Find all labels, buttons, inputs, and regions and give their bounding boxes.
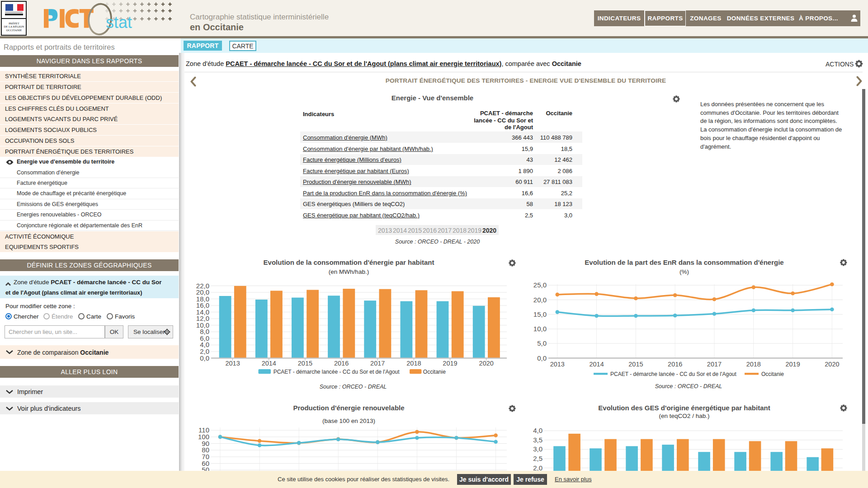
- svg-text:2013: 2013: [550, 361, 565, 368]
- svg-text:14,0: 14,0: [196, 308, 209, 316]
- svg-text:2015: 2015: [628, 361, 643, 368]
- svg-text:2018: 2018: [406, 360, 421, 367]
- svg-text:25,0: 25,0: [533, 281, 547, 289]
- svg-text:2019: 2019: [785, 361, 800, 368]
- svg-text:16,0: 16,0: [196, 301, 209, 309]
- svg-text:80: 80: [202, 446, 209, 454]
- svg-text:10,0: 10,0: [533, 325, 547, 333]
- svg-text:20,0: 20,0: [196, 288, 209, 296]
- svg-text:stat: stat: [106, 13, 132, 32]
- svg-text:60: 60: [202, 460, 209, 467]
- svg-text:90: 90: [202, 440, 209, 447]
- svg-text:2,0: 2,0: [533, 464, 542, 471]
- svg-text:Occitanie: Occitanie: [761, 371, 784, 377]
- svg-text:2013: 2013: [225, 360, 240, 367]
- svg-text:3,0: 3,0: [533, 445, 542, 453]
- svg-text:Occitanie: Occitanie: [423, 369, 446, 375]
- svg-text:20,0: 20,0: [533, 296, 547, 304]
- svg-text:3,5: 3,5: [533, 436, 542, 444]
- svg-text:100: 100: [198, 433, 209, 441]
- svg-text:18,0: 18,0: [196, 295, 209, 303]
- svg-text:2015: 2015: [298, 360, 312, 367]
- svg-text:10,0: 10,0: [196, 321, 209, 329]
- svg-text:2014: 2014: [262, 360, 276, 367]
- svg-text:PCAET - démarche lancée - CC d: PCAET - démarche lancée - CC du Sor et d…: [274, 369, 400, 375]
- svg-text:15,0: 15,0: [533, 310, 547, 318]
- svg-text:12,0: 12,0: [196, 314, 209, 322]
- svg-text:6,0: 6,0: [200, 334, 209, 342]
- svg-text:4,0: 4,0: [200, 341, 209, 348]
- svg-text:PCAET - démarche lancée - CC d: PCAET - démarche lancée - CC du Sor et d…: [610, 371, 737, 377]
- svg-text:22,0: 22,0: [196, 282, 209, 290]
- svg-text:70: 70: [202, 453, 209, 460]
- svg-text:4,0: 4,0: [533, 427, 542, 434]
- svg-text:110: 110: [198, 426, 209, 434]
- svg-text:2018: 2018: [746, 361, 761, 368]
- svg-text:2016: 2016: [334, 360, 349, 367]
- svg-text:Source : ORCEO - DREAL: Source : ORCEO - DREAL: [655, 383, 722, 389]
- svg-text:2,0: 2,0: [200, 347, 209, 355]
- svg-text:2017: 2017: [707, 361, 722, 368]
- svg-text:2020: 2020: [825, 361, 839, 368]
- svg-text:5,0: 5,0: [537, 339, 547, 347]
- svg-text:8,0: 8,0: [200, 328, 209, 335]
- svg-text:0,0: 0,0: [537, 354, 547, 362]
- svg-text:2019: 2019: [443, 360, 457, 367]
- svg-text:2017: 2017: [370, 360, 385, 367]
- svg-text:Source : ORCEO - DREAL: Source : ORCEO - DREAL: [320, 384, 387, 390]
- svg-text:2,5: 2,5: [533, 455, 542, 462]
- svg-text:2020: 2020: [479, 360, 494, 367]
- svg-text:2016: 2016: [668, 361, 682, 368]
- svg-text:2014: 2014: [589, 361, 604, 368]
- svg-text:0,0: 0,0: [200, 354, 209, 362]
